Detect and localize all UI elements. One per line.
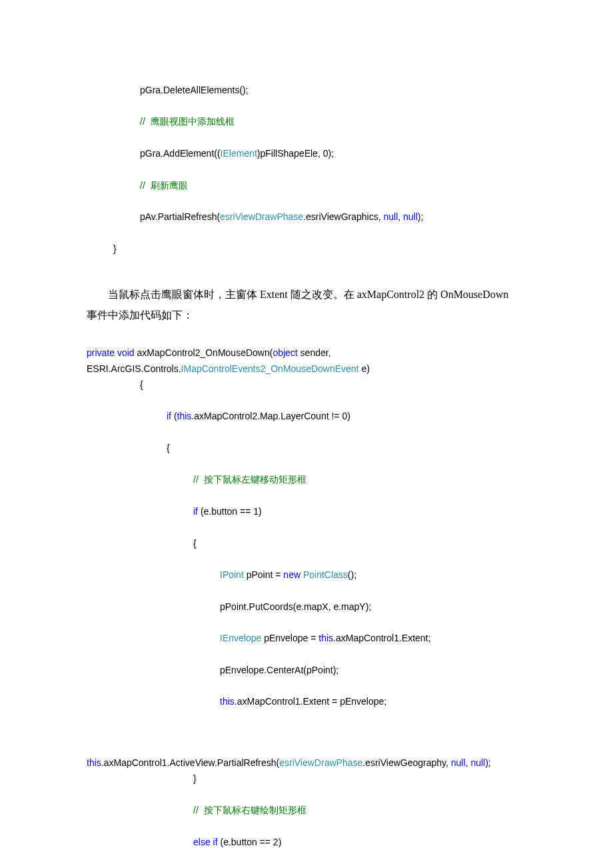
- code-text: sender,: [298, 347, 331, 358]
- code-text: pEnvelope.CenterAt(pPoint);: [220, 665, 338, 675]
- code-text: .axMapControl1.Extent;: [333, 633, 430, 643]
- code-keyword: private: [87, 347, 115, 358]
- code-line: pEnvelope.CenterAt(pPoint);: [87, 663, 526, 679]
- code-keyword: this: [220, 696, 235, 707]
- code-line: {: [87, 377, 526, 393]
- code-comment: // 按下鼠标右键绘制矩形框: [193, 805, 306, 815]
- code-line: // 刷新鹰眼: [87, 178, 526, 194]
- code-keyword: null: [470, 757, 485, 768]
- code-line: {: [87, 536, 526, 552]
- code-line: }: [87, 241, 526, 257]
- code-text: .axMapControl1.ActiveView.PartialRefresh…: [101, 757, 279, 768]
- code-text: {: [167, 443, 170, 453]
- code-keyword: if: [167, 411, 171, 421]
- code-type: PointClass: [303, 569, 348, 580]
- code-type: IMapControlEvents2_OnMouseDownEvent: [181, 363, 359, 374]
- code-line: {: [87, 441, 526, 457]
- code-keyword: else: [193, 837, 211, 847]
- code-line: // 按下鼠标左键移动矩形框: [87, 472, 526, 488]
- code-text: .esriViewGeography,: [362, 757, 451, 768]
- code-text: }: [193, 773, 197, 784]
- code-text: }: [113, 243, 117, 254]
- code-keyword: void: [117, 347, 135, 358]
- code-comment: // 刷新鹰眼: [140, 180, 188, 191]
- code-text: pPoint =: [244, 569, 284, 580]
- code-line: ESRI.ArcGIS.Controls.IMapControlEvents2_…: [87, 363, 370, 374]
- code-text: ESRI.ArcGIS.Controls.: [87, 363, 181, 374]
- code-type: esriViewDrawPhase: [279, 757, 362, 768]
- code-type: IElement: [221, 148, 257, 159]
- code-line: if (e.button == 1): [87, 504, 526, 520]
- code-line: IPoint pPoint = new PointClass();: [87, 567, 526, 583]
- code-line: pAv.PartialRefresh(esriViewDrawPhase.esr…: [87, 209, 526, 225]
- code-comment: // 按下鼠标左键移动矩形框: [193, 474, 306, 485]
- code-block-1: pGra.DeleteAllElements(); // 鹰眼视图中添加线框 p…: [87, 67, 526, 273]
- code-text: {: [193, 538, 197, 549]
- code-text: pPoint.PutCoords(e.mapX, e.mapY);: [220, 601, 371, 612]
- code-text: ,: [398, 211, 403, 222]
- code-type: esriViewDrawPhase: [220, 211, 303, 222]
- code-text: ();: [348, 569, 356, 580]
- code-text: {: [140, 379, 143, 390]
- code-text: .esriViewGraphics,: [303, 211, 383, 222]
- code-text: pAv.PartialRefresh(: [140, 211, 220, 222]
- code-text: e): [359, 363, 370, 374]
- code-text: )pFillShapeEle, 0);: [257, 148, 334, 159]
- code-keyword: this: [87, 757, 101, 768]
- code-text: (e.button == 1): [198, 506, 262, 517]
- code-line: if (this.axMapControl2.Map.LayerCount !=…: [87, 409, 526, 425]
- code-keyword: null: [403, 211, 418, 222]
- code-text: (e.button == 2): [218, 837, 282, 847]
- code-line: // 按下鼠标右键绘制矩形框: [87, 803, 526, 819]
- code-line: private void axMapControl2_OnMouseDown(o…: [87, 347, 331, 358]
- code-text: axMapControl2_OnMouseDown(: [135, 347, 273, 358]
- code-keyword: if: [213, 837, 218, 847]
- code-keyword: this: [177, 411, 192, 421]
- paragraph-1: 当鼠标点击鹰眼窗体时，主窗体 Extent 随之改变。在 axMapContro…: [87, 285, 526, 325]
- code-keyword: this: [318, 633, 333, 643]
- code-line: this.axMapControl1.Extent = pEnvelope;: [87, 694, 526, 710]
- blank-line: [87, 726, 526, 739]
- code-text: pEnvelope =: [261, 633, 318, 643]
- code-type: IPoint: [220, 569, 244, 580]
- code-block-2: private void axMapControl2_OnMouseDown(o…: [87, 329, 526, 868]
- code-line: pGra.AddElement((IElement)pFillShapeEle,…: [87, 146, 526, 162]
- code-line: this.axMapControl1.ActiveView.PartialRef…: [87, 757, 491, 768]
- code-keyword: null: [451, 757, 466, 768]
- code-keyword: if: [193, 506, 198, 517]
- code-line: pPoint.PutCoords(e.mapX, e.mapY);: [87, 599, 526, 615]
- code-text: );: [418, 211, 424, 222]
- code-keyword: new: [283, 569, 301, 580]
- code-text: );: [485, 757, 491, 768]
- prose-text: 当鼠标点击鹰眼窗体时，主窗体 Extent 随之改变。在 axMapContro…: [87, 285, 526, 305]
- code-line: pGra.DeleteAllElements();: [87, 83, 526, 99]
- code-text: pGra.AddElement((: [140, 148, 221, 159]
- code-text: .axMapControl2.Map.LayerCount != 0): [191, 411, 350, 421]
- code-keyword: object: [273, 347, 297, 358]
- code-text: pGra.DeleteAllElements();: [140, 85, 249, 95]
- code-text: .axMapControl1.Extent = pEnvelope;: [235, 696, 386, 707]
- code-text: (: [171, 411, 177, 421]
- code-keyword: null: [383, 211, 398, 222]
- prose-text: 事件中添加代码如下：: [87, 305, 526, 325]
- code-line: }: [87, 771, 526, 787]
- code-line: IEnvelope pEnvelope = this.axMapControl1…: [87, 631, 526, 647]
- code-type: IEnvelope: [220, 633, 261, 643]
- code-comment: // 鹰眼视图中添加线框: [140, 116, 235, 127]
- code-line: // 鹰眼视图中添加线框: [87, 114, 526, 130]
- code-line: else if (e.button == 2): [87, 835, 526, 851]
